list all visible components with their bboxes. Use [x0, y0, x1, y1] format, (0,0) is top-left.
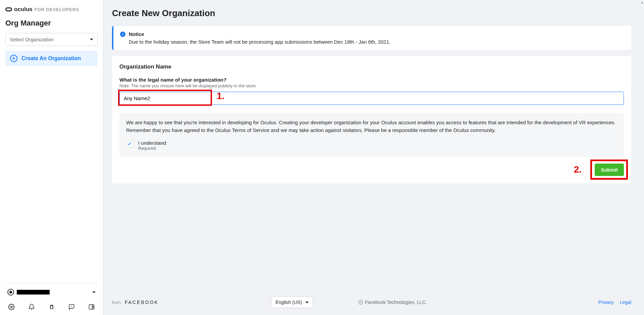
language-value: English (US) [275, 300, 302, 305]
footer-copyright: Facebook Technologies, LLC. [365, 300, 427, 305]
avatar-icon [7, 289, 14, 296]
create-organization-label: Create An Organization [21, 55, 81, 61]
page-title: Create New Organization [103, 0, 640, 26]
chevron-down-icon [90, 39, 93, 40]
settings-icon[interactable] [7, 303, 15, 311]
copyright-icon: C [358, 300, 363, 305]
brand-logo[interactable]: oculus FOR DEVELOPERS [5, 6, 98, 13]
required-label: Required [138, 146, 166, 151]
bell-icon[interactable] [28, 303, 36, 311]
footer-facebook-word: FACEBOOK [125, 300, 159, 305]
org-name-note: Note: The name you choose here will be d… [119, 83, 624, 88]
scrollbar-up-icon[interactable]: ▲ [640, 1, 644, 4]
submit-button[interactable]: Submit [595, 164, 624, 176]
notice-body: Due to the holiday season, the Store Tea… [120, 39, 625, 45]
check-icon: ✓ [128, 141, 132, 147]
organization-form: Organization Name What is the legal name… [112, 56, 631, 183]
notice-card: i Notice Due to the holiday season, the … [112, 26, 631, 50]
username-redacted [17, 290, 50, 295]
language-selector[interactable]: English (US) [271, 297, 313, 308]
info-icon: i [120, 32, 125, 37]
svg-point-6 [93, 306, 93, 306]
user-menu[interactable] [6, 288, 97, 296]
notice-title: Notice [129, 31, 144, 37]
brand-word: oculus [14, 6, 33, 13]
privacy-link[interactable]: Privacy [598, 300, 614, 305]
plus-circle-icon: + [10, 55, 17, 62]
create-organization-nav[interactable]: + Create An Organization [5, 51, 98, 66]
select-organization-dropdown[interactable]: Select Organization [5, 33, 98, 46]
svg-point-7 [93, 307, 93, 307]
svg-point-8 [93, 308, 93, 308]
select-organization-placeholder: Select Organization [10, 37, 54, 42]
svg-rect-1 [50, 306, 53, 309]
terms-text: We are happy to see that you're interest… [126, 119, 617, 134]
terms-box: We are happy to see that you're interest… [119, 113, 624, 157]
legal-link[interactable]: Legal [620, 300, 631, 305]
main-content: Create New Organization i Notice Due to … [103, 0, 640, 315]
understand-label: I understand [138, 140, 166, 146]
org-name-label: What is the legal name of your organizat… [119, 77, 624, 83]
panel-icon[interactable] [88, 303, 96, 311]
footer-from-label: from [112, 300, 121, 305]
bug-icon[interactable] [48, 303, 56, 311]
footer: from FACEBOOK English (US) C Facebook Te… [103, 289, 640, 315]
section-title: Organization Name [119, 63, 624, 70]
chevron-down-icon [92, 291, 96, 293]
sidebar-title: Org Manager [5, 19, 98, 28]
annotation-label-2: 2. [574, 164, 582, 175]
oculus-icon [5, 7, 12, 11]
understand-checkbox[interactable]: ✓ [126, 140, 133, 147]
org-name-input[interactable] [119, 92, 624, 105]
chevron-down-icon [305, 302, 309, 303]
message-icon[interactable] [67, 303, 75, 311]
brand-suffix: FOR DEVELOPERS [35, 7, 79, 12]
svg-point-0 [11, 306, 12, 308]
sidebar: oculus FOR DEVELOPERS Org Manager Select… [0, 0, 103, 315]
